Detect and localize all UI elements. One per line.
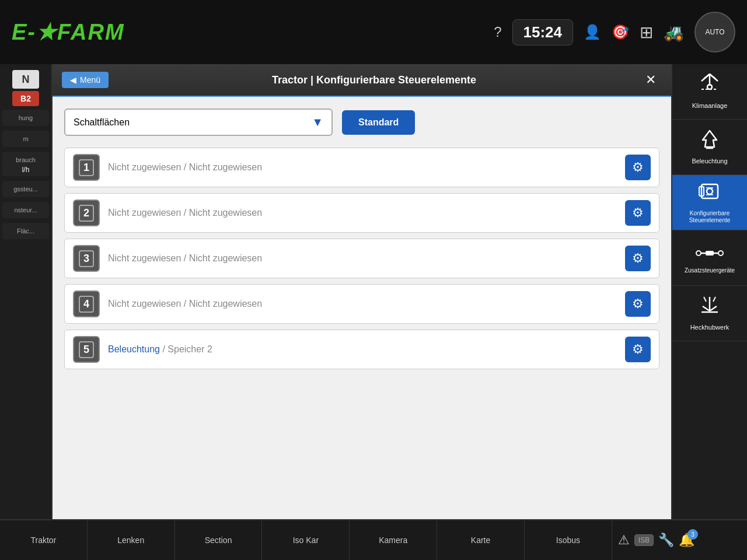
gssteu-label: gssteu... [5,183,47,195]
logo: E-★FARM [12,19,125,45]
sidebar-item-m: m [2,131,49,147]
svg-line-23 [713,297,715,302]
dialog-area: ◀ Menü Tractor | Konfigurierbare Steuere… [53,64,671,519]
menu-label: Menü [80,75,100,85]
slot-left-1: Nicht zugewiesen [108,162,181,172]
dropdown-row: Schaltflächen ▼ Standard [64,108,659,136]
svg-line-22 [704,297,706,302]
user-icon[interactable]: 👤 [584,24,601,40]
hung-label: hung [5,112,47,124]
sidebar-item-beleuchtung[interactable]: Beleuchtung [672,120,747,175]
sidebar-item-konfigurierbare[interactable]: Konfigurierbare Steuerelemente [672,175,747,230]
konfigurierbare-label: Konfigurierbare Steuerelemente [676,210,743,224]
tab-isobus[interactable]: Isobus [525,520,612,560]
klimaanlage-icon [698,73,721,99]
tools-icon[interactable]: 🔧 [658,533,674,548]
tab-iso-kar[interactable]: Iso Kar [262,520,350,560]
nsteur-label: nsteur... [5,204,47,216]
auto-button[interactable]: AUTO [694,12,735,52]
slot-badge-5: 5 [73,336,100,363]
lh-value: l/h [5,166,47,174]
slot-right-5: Speicher 2 [167,344,212,354]
grid-icon[interactable]: ⊞ [640,23,653,42]
bell-count: 3 [687,529,698,540]
slot-left-2: Nicht zugewiesen [108,208,181,218]
slot-number-2: 2 [79,205,94,222]
slot-badge-1: 1 [73,154,100,181]
sidebar-item-zusatz[interactable]: Zusatzsteuergeräte [672,230,747,286]
svg-point-11 [707,188,713,194]
svg-line-20 [710,306,717,311]
warning-icon[interactable]: ⚠ [618,533,630,548]
left-sidebar: N B2 hung m brauch l/h gssteu... nsteur.… [0,64,53,519]
menu-button[interactable]: ◀ Menü [62,72,109,88]
m-label: m [5,133,47,145]
zusatz-icon [695,242,724,264]
slot-right-2: Nicht zugewiesen [189,208,262,218]
svg-point-15 [718,251,723,256]
tab-kamera[interactable]: Kamera [350,520,437,560]
sidebar-item-heckhubwerk[interactable]: Heckhubwerk [672,286,747,341]
control-row-3: 3 Nicht zugewiesen / Nicht zugewiesen ⚙ [64,239,659,278]
gear-button-4[interactable]: ⚙ [625,291,651,317]
slot-text-1: Nicht zugewiesen / Nicht zugewiesen [108,162,617,173]
close-button[interactable]: ✕ [640,70,662,90]
zusatz-label: Zusatzsteuergeräte [685,267,735,274]
tab-section[interactable]: Section [175,520,263,560]
svg-line-3 [701,74,710,81]
tab-traktor[interactable]: Traktor [0,520,88,560]
gear-button-1[interactable]: ⚙ [625,155,651,180]
control-row-1: 1 Nicht zugewiesen / Nicht zugewiesen ⚙ [64,148,659,187]
bell-icon[interactable]: 🔔 3 [679,533,694,548]
slot-left-3: Nicht zugewiesen [108,253,181,263]
dropdown-arrow-icon: ▼ [312,116,323,129]
slot-text-2: Nicht zugewiesen / Nicht zugewiesen [108,208,617,218]
slot-badge-3: 3 [73,245,100,272]
speed-icon[interactable]: 🎯 [612,24,629,40]
isb-badge[interactable]: ISB [634,534,654,546]
tab-karte[interactable]: Karte [437,520,525,560]
dialog-title: Tractor | Konfigurierbare Steuerelemente [116,74,633,86]
tabbar: Traktor Lenken Section Iso Kar Kamera Ka… [0,519,747,560]
topbar: E-★FARM ? 15:24 👤 🎯 ⊞ 🚜 AUTO [0,0,747,64]
svg-marker-7 [703,131,717,147]
slot-sep-1: / [184,162,189,172]
help-icon[interactable]: ? [494,24,501,40]
heckhubwerk-icon [698,295,721,320]
flac-label: Fläc... [5,225,47,237]
slot-badge-2: 2 [73,200,100,226]
slot-number-3: 3 [79,250,94,267]
sidebar-item-gssteu: gssteu... [2,181,49,197]
control-row-4: 4 Nicht zugewiesen / Nicht zugewiesen ⚙ [64,284,659,324]
gear-button-3[interactable]: ⚙ [625,246,651,271]
sidebar-item-brauch: brauch l/h [2,152,49,176]
slot-badge-4: 4 [73,290,100,317]
slot-sep-3: / [184,253,189,263]
slot-number-5: 5 [79,341,94,358]
main-area: N B2 hung m brauch l/h gssteu... nsteur.… [0,64,747,519]
slot-sep-2: / [184,208,189,218]
gear-button-2[interactable]: ⚙ [625,200,651,226]
gear-button-5[interactable]: ⚙ [625,337,651,362]
time-display: 15:24 [512,19,574,46]
svg-line-19 [703,306,710,311]
slot-sep-5: / [162,344,167,354]
brauch-label: brauch [5,154,47,166]
sidebar-item-klimaanlage[interactable]: Klimaanlage [672,64,747,120]
klimaanlage-label: Klimaanlage [692,102,728,110]
control-row-5: 5 Beleuchtung / Speicher 2 ⚙ [64,330,659,369]
standard-button[interactable]: Standard [342,110,415,135]
dropdown-value: Schaltflächen [74,117,130,128]
tab-isobus-label: Isobus [556,536,580,545]
schaltflachen-dropdown[interactable]: Schaltflächen ▼ [64,108,333,136]
dialog-content: Schaltflächen ▼ Standard 1 Nicht zugewie… [53,97,671,519]
slot-text-5: Beleuchtung / Speicher 2 [108,344,617,355]
tab-iso-kar-label: Iso Kar [293,536,319,545]
tractor-icon[interactable]: 🚜 [664,23,684,42]
sidebar-item-flac: Fläc... [2,223,49,239]
tab-lenken[interactable]: Lenken [88,520,175,560]
tab-section-label: Section [205,536,232,545]
control-row-2: 2 Nicht zugewiesen / Nicht zugewiesen ⚙ [64,193,659,233]
slot-left-4: Nicht zugewiesen [108,299,181,309]
svg-point-14 [696,251,701,256]
